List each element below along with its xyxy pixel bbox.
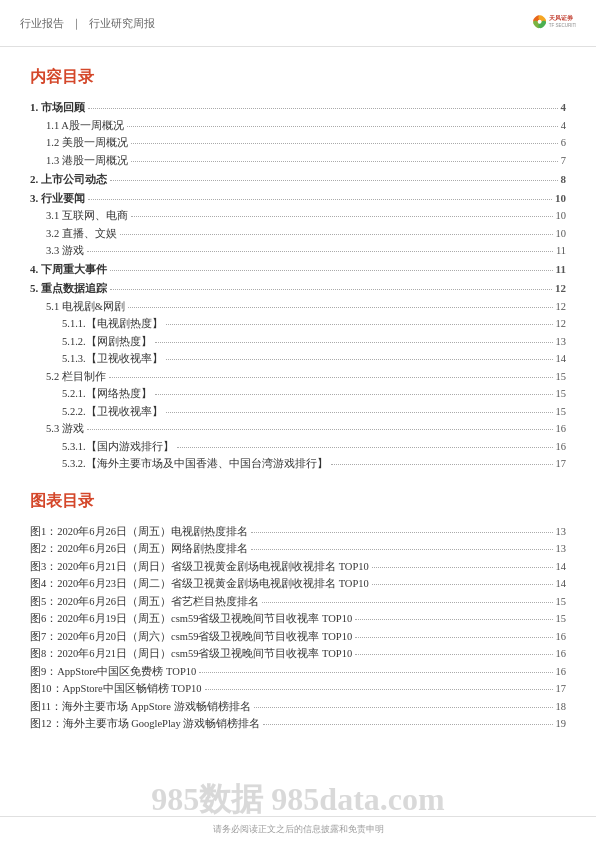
toc-page-number: 14 (556, 353, 567, 364)
toc-item: 5.2.2.【卫视收视率】15 (30, 404, 566, 419)
toc-item-label: 3.2 直播、文娱 (46, 227, 117, 241)
toc-item: 1.2 美股一周概况6 (30, 136, 566, 151)
toc-item-label: 3.1 互联网、电商 (46, 209, 128, 223)
toc-item-label: 2. 上市公司动态 (30, 172, 107, 187)
toc-item: 2. 上市公司动态8 (30, 172, 566, 187)
toc-item: 5.3.2.【海外主要市场及中国香港、中国台湾游戏排行】17 (30, 457, 566, 472)
toc-item: 1.1 A股一周概况4 (30, 118, 566, 133)
toc-item: 5.2.1.【网络热度】15 (30, 387, 566, 402)
toc-item-label: 1.2 美股一周概况 (46, 136, 128, 150)
toc-page-number: 11 (556, 245, 566, 256)
figure-page-number: 15 (556, 613, 567, 624)
figure-item-label: 图3：2020年6月21日（周日）省级卫视黄金剧场电视剧收视排名 TOP10 (30, 560, 369, 574)
figure-item: 图1：2020年6月26日（周五）电视剧热度排名13 (30, 524, 566, 539)
toc-dots (331, 455, 553, 466)
figure-item: 图2：2020年6月26日（周五）网络剧热度排名13 (30, 542, 566, 557)
figure-item-label: 图10：AppStore中国区畅销榜 TOP10 (30, 682, 202, 696)
figure-item: 图4：2020年6月23日（周二）省级卫视黄金剧场电视剧收视排名 TOP1014 (30, 577, 566, 592)
toc-item-label: 5.2 栏目制作 (46, 370, 106, 384)
figure-item-label: 图7：2020年6月20日（周六）csm59省级卫视晚间节目收视率 TOP10 (30, 630, 352, 644)
footer: 请务必阅读正文之后的信息披露和免责申明 (0, 816, 596, 842)
toc-item: 4. 下周重大事件11 (30, 262, 566, 277)
figure-item: 图8：2020年6月21日（周日）csm59省级卫视晚间节目收视率 TOP101… (30, 647, 566, 662)
figure-dots (355, 610, 552, 621)
logo-area: 天风证券 TF SECURITIES (524, 8, 576, 38)
figure-page-number: 14 (556, 578, 567, 589)
toc-dots (110, 170, 558, 181)
toc-dots (128, 297, 553, 308)
figure-dots (251, 522, 553, 533)
figure-item: 图7：2020年6月20日（周六）csm59省级卫视晚间节目收视率 TOP101… (30, 629, 566, 644)
toc-item-label: 5.1.3.【卫视收视率】 (62, 352, 163, 366)
figure-item-label: 图2：2020年6月26日（周五）网络剧热度排名 (30, 542, 248, 556)
toc-item-label: 3. 行业要闻 (30, 191, 85, 206)
figure-dots (355, 627, 552, 638)
toc-dots (87, 420, 553, 431)
toc-item-label: 4. 下周重大事件 (30, 262, 107, 277)
main-content: 内容目录 1. 市场回顾41.1 A股一周概况41.2 美股一周概况61.3 港… (0, 47, 596, 744)
toc-page-number: 4 (561, 101, 567, 113)
figure-page-number: 18 (556, 701, 567, 712)
header-label1: 行业报告 (20, 17, 64, 29)
figure-item: 图5：2020年6月26日（周五）省艺栏目热度排名15 (30, 594, 566, 609)
figure-dots (199, 662, 552, 673)
toc-item-label: 3.3 游戏 (46, 244, 84, 258)
toc-page-number: 15 (556, 406, 567, 417)
toc-dots (166, 315, 553, 326)
figure-dots (254, 697, 553, 708)
toc-item: 3.3 游戏11 (30, 244, 566, 259)
toc-item: 5.1.3.【卫视收视率】14 (30, 352, 566, 367)
toc-dots (131, 207, 553, 218)
toc-dots (166, 350, 553, 361)
toc-dots (88, 98, 558, 109)
figure-item-label: 图6：2020年6月19日（周五）csm59省级卫视晚间节目收视率 TOP10 (30, 612, 352, 626)
toc-item: 3.2 直播、文娱10 (30, 226, 566, 241)
figure-item: 图12：海外主要市场 GooglePlay 游戏畅销榜排名19 (30, 717, 566, 732)
figure-item-label: 图11：海外主要市场 AppStore 游戏畅销榜排名 (30, 700, 251, 714)
figure-item: 图6：2020年6月19日（周五）csm59省级卫视晚间节目收视率 TOP101… (30, 612, 566, 627)
toc-item: 3.1 互联网、电商10 (30, 209, 566, 224)
toc-item: 1.3 港股一周概况7 (30, 153, 566, 168)
toc-page-number: 12 (555, 282, 566, 294)
toc-page-number: 11 (556, 263, 566, 275)
toc-page-number: 15 (556, 388, 567, 399)
toc-item: 5. 重点数据追踪12 (30, 281, 566, 296)
toc-page-number: 15 (556, 371, 567, 382)
toc-item: 5.1.2.【网剧热度】13 (30, 334, 566, 349)
figure-page-number: 16 (556, 631, 567, 642)
header-label2: 行业研究周报 (89, 17, 155, 29)
figure-item: 图9：AppStore中国区免费榜 TOP1016 (30, 664, 566, 679)
figure-dots (263, 715, 552, 726)
toc-page-number: 6 (561, 137, 566, 148)
header-sep: ｜ (71, 17, 82, 29)
toc-page-number: 12 (556, 301, 567, 312)
toc-page-number: 16 (556, 423, 567, 434)
toc-item-label: 1.3 港股一周概况 (46, 154, 128, 168)
header-breadcrumb: 行业报告 ｜ 行业研究周报 (20, 16, 155, 31)
toc-page-number: 12 (556, 318, 567, 329)
figure-item-label: 图1：2020年6月26日（周五）电视剧热度排名 (30, 525, 248, 539)
figure-item-label: 图5：2020年6月26日（周五）省艺栏目热度排名 (30, 595, 259, 609)
svg-text:TF SECURITIES: TF SECURITIES (549, 23, 576, 28)
figure-title: 图表目录 (30, 491, 566, 512)
figure-dots (262, 592, 553, 603)
toc-item-label: 5.1 电视剧&网剧 (46, 300, 125, 314)
toc-page-number: 4 (561, 120, 566, 131)
toc-page-number: 16 (556, 441, 567, 452)
svg-text:天风证券: 天风证券 (548, 14, 574, 21)
toc-page-number: 10 (555, 192, 566, 204)
toc-item-label: 5. 重点数据追踪 (30, 281, 107, 296)
figure-page-number: 13 (556, 526, 567, 537)
toc-item-label: 5.3.2.【海外主要市场及中国香港、中国台湾游戏排行】 (62, 457, 328, 471)
footer-text: 请务必阅读正文之后的信息披露和免责申明 (213, 824, 384, 834)
toc-item-label: 5.1.1.【电视剧热度】 (62, 317, 163, 331)
toc-dots (88, 189, 552, 200)
toc-item: 5.3 游戏16 (30, 422, 566, 437)
figure-dots (372, 575, 553, 586)
toc-page-number: 13 (556, 336, 567, 347)
toc-item: 1. 市场回顾4 (30, 100, 566, 115)
figure-page-number: 14 (556, 561, 567, 572)
figure-page-number: 16 (556, 666, 567, 677)
toc-page-number: 17 (556, 458, 567, 469)
toc-dots (177, 437, 553, 448)
